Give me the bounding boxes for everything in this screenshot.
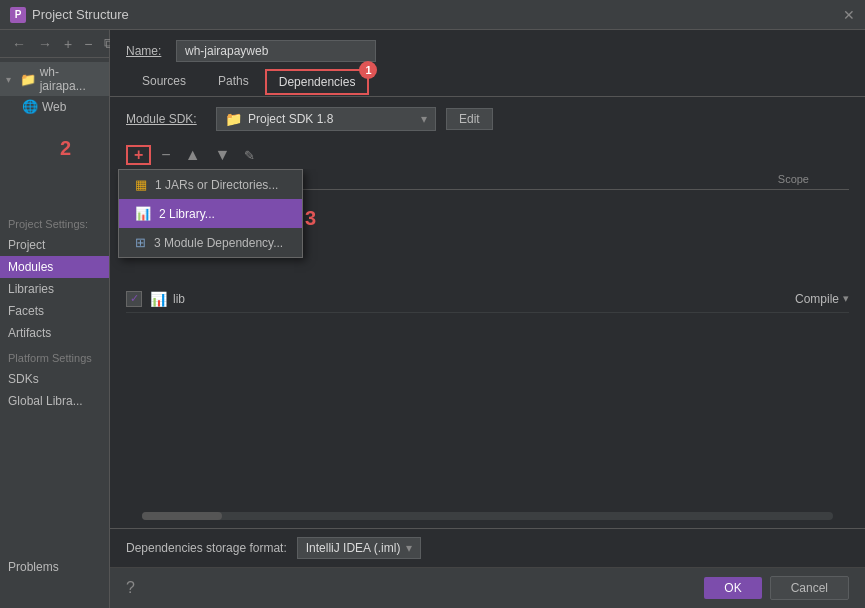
sdk-dropdown-arrow: ▾ (421, 112, 427, 126)
add-btn-wrapper: + (126, 145, 151, 165)
tree-item-project[interactable]: ▾ 📁 wh-jairapa... (0, 62, 109, 96)
tree-item-label: wh-jairapa... (40, 65, 103, 93)
app-icon: P (10, 7, 26, 23)
sidebar-item-sdks[interactable]: SDKs (0, 368, 109, 390)
tab-dependencies-label: Dependencies (279, 75, 356, 89)
lib-icon: 📊 (135, 206, 151, 221)
sidebar-item-libraries-label: Libraries (8, 282, 54, 296)
sidebar-nav: ← → + − ⧉ (0, 30, 109, 58)
expand-icon: ▾ (6, 74, 16, 85)
tab-sources-label: Sources (142, 74, 186, 88)
nav-back-button[interactable]: ← (8, 34, 30, 54)
name-input[interactable] (176, 40, 376, 62)
sidebar-item-problems-label: Problems (8, 560, 59, 574)
move-down-button[interactable]: ▼ (209, 145, 237, 165)
add-dependency-button[interactable]: + (128, 147, 149, 163)
web-icon: 🌐 (22, 99, 38, 114)
move-up-button[interactable]: ▲ (179, 145, 207, 165)
dropdown-item-library[interactable]: 📊 2 Library... (119, 199, 302, 228)
folder-icon: 📁 (20, 72, 36, 87)
remove-module-button[interactable]: − (80, 34, 96, 54)
content-spacer (110, 339, 865, 509)
tab-number-badge: 1 (359, 61, 377, 79)
bottom-bar: Dependencies storage format: IntelliJ ID… (110, 528, 865, 567)
sidebar-item-artifacts[interactable]: Artifacts (0, 322, 109, 344)
edit-dependency-button[interactable]: ✎ (238, 147, 261, 164)
title-bar-left: P Project Structure (10, 7, 129, 23)
dep-toolbar: + 2 − ▲ ▼ ✎ (110, 141, 865, 169)
dialog-title: Project Structure (32, 7, 129, 22)
dep-table: Scope ▦ 1 JARs or Directories... 📊 2 Lib… (110, 169, 865, 339)
title-bar: P Project Structure ✕ (0, 0, 865, 30)
annotation-3: 3 (305, 207, 316, 230)
dep-row-lib[interactable]: ✓ 📊 lib Compile ▾ (126, 285, 849, 313)
tabs-bar: Sources Paths Dependencies 1 (110, 68, 865, 97)
tab-paths-label: Paths (218, 74, 249, 88)
tab-paths[interactable]: Paths (202, 68, 265, 96)
tree-item-web[interactable]: 🌐 Web (0, 96, 109, 117)
scrollbar-thumb[interactable] (142, 512, 222, 520)
scrollbar-placeholder (142, 512, 833, 520)
dep-lib-scope-arrow[interactable]: ▾ (843, 292, 849, 305)
sidebar-item-global-libs-label: Global Libra... (8, 394, 83, 408)
dropdown-item-jars[interactable]: ▦ 1 JARs or Directories... (119, 170, 302, 199)
sidebar-item-project[interactable]: Project (0, 234, 109, 256)
sidebar-item-artifacts-label: Artifacts (8, 326, 51, 340)
close-button[interactable]: ✕ (843, 7, 855, 23)
sdk-label: Module SDK: (126, 112, 206, 126)
sidebar-item-modules[interactable]: Modules (0, 256, 109, 278)
dropdown-module-label: 3 Module Dependency... (154, 236, 283, 250)
module-icon: ⊞ (135, 235, 146, 250)
help-icon[interactable]: ? (126, 579, 135, 597)
dropdown-lib-label: 2 Library... (159, 207, 215, 221)
sidebar-item-libraries[interactable]: Libraries (0, 278, 109, 300)
dep-lib-scope: Compile (763, 292, 843, 306)
sdk-select[interactable]: 📁 Project SDK 1.8 ▾ (216, 107, 436, 131)
tab-dependencies[interactable]: Dependencies 1 (265, 69, 370, 95)
storage-select-arrow: ▾ (406, 541, 412, 555)
sidebar-item-problems[interactable]: Problems (0, 556, 109, 578)
sdk-row: Module SDK: 📁 Project SDK 1.8 ▾ Edit (110, 97, 865, 141)
footer-bar: ? OK Cancel (110, 567, 865, 608)
name-label: Name: (126, 44, 166, 58)
sidebar-item-facets-label: Facets (8, 304, 44, 318)
project-tree: ▾ 📁 wh-jairapa... 🌐 Web (0, 58, 109, 210)
dropdown-item-module[interactable]: ⊞ 3 Module Dependency... (119, 228, 302, 257)
cancel-button[interactable]: Cancel (770, 576, 849, 600)
sidebar-item-project-label: Project (8, 238, 45, 252)
dep-lib-name: lib (173, 292, 763, 306)
name-row: Name: (110, 30, 865, 68)
dep-checkbox-lib[interactable]: ✓ (126, 291, 142, 307)
add-module-button[interactable]: + (60, 34, 76, 54)
sidebar-item-global-libs[interactable]: Global Libra... (0, 390, 109, 412)
sidebar-item-facets[interactable]: Facets (0, 300, 109, 322)
nav-forward-button[interactable]: → (34, 34, 56, 54)
tree-item-web-label: Web (42, 100, 66, 114)
scrollbar-area (110, 508, 865, 528)
jars-icon: ▦ (135, 177, 147, 192)
project-settings-label: Project Settings: (0, 210, 109, 234)
main-layout: ← → + − ⧉ ▾ 📁 wh-jairapa... 🌐 Web Projec… (0, 30, 865, 608)
storage-value: IntelliJ IDEA (.iml) (306, 541, 401, 555)
sdk-edit-button[interactable]: Edit (446, 108, 493, 130)
storage-label: Dependencies storage format: (126, 541, 287, 555)
annotation-2: 2 (60, 137, 71, 160)
dropdown-jars-label: 1 JARs or Directories... (155, 178, 278, 192)
sidebar-item-modules-label: Modules (8, 260, 53, 274)
sdk-folder-icon: 📁 (225, 111, 242, 127)
content-area: Name: Sources Paths Dependencies 1 Modul… (110, 30, 865, 608)
tab-sources[interactable]: Sources (126, 68, 202, 96)
remove-dependency-button[interactable]: − (155, 145, 176, 165)
platform-settings-label: Platform Settings (0, 344, 109, 368)
sidebar: ← → + − ⧉ ▾ 📁 wh-jairapa... 🌐 Web Projec… (0, 30, 110, 608)
sdk-value: Project SDK 1.8 (248, 112, 333, 126)
ok-button[interactable]: OK (704, 577, 761, 599)
lib-dep-icon: 📊 (150, 291, 167, 307)
dep-scope-header: Scope (778, 173, 849, 185)
sidebar-item-sdks-label: SDKs (8, 372, 39, 386)
add-dropdown-menu: ▦ 1 JARs or Directories... 📊 2 Library..… (118, 169, 303, 258)
storage-select[interactable]: IntelliJ IDEA (.iml) ▾ (297, 537, 422, 559)
